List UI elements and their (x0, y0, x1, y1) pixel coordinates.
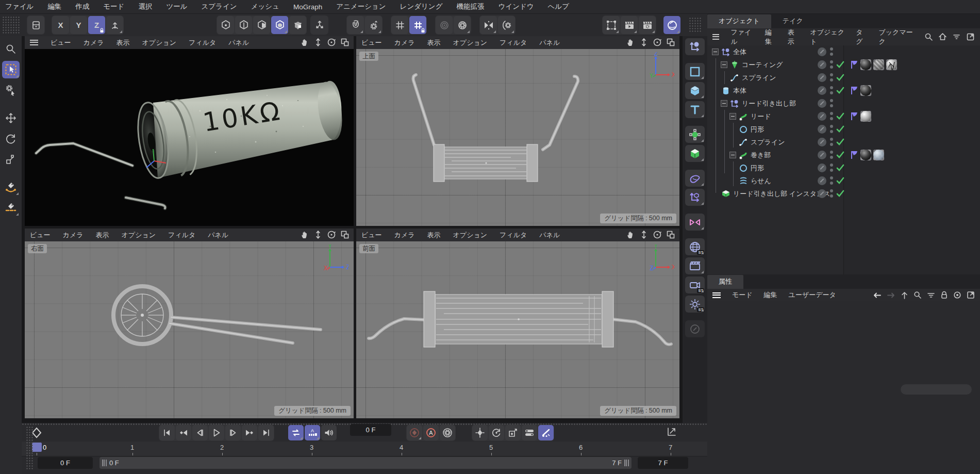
enable-axis-button[interactable] (311, 16, 328, 34)
enabled-check-icon[interactable] (836, 189, 844, 198)
material-tag[interactable] (873, 59, 884, 70)
panel-menu-icon[interactable] (712, 292, 721, 298)
tree-row-spline[interactable]: スプライン (707, 71, 980, 84)
tree-row-lead-instance[interactable]: リード引き出し部 インスタンス (707, 187, 980, 200)
edit-toggle[interactable] (818, 138, 826, 146)
collapse-toggle[interactable] (712, 48, 719, 55)
search-icon[interactable] (913, 291, 922, 299)
vp-menu-options[interactable]: オプション (142, 38, 177, 47)
visibility-dots[interactable] (830, 151, 834, 159)
loop-mode-button[interactable] (288, 425, 304, 440)
material-tag[interactable] (860, 85, 871, 96)
vp-menu-display[interactable]: 表示 (117, 38, 130, 47)
vp-menu-filter[interactable]: フィルタ (500, 231, 527, 240)
model-mode-button[interactable] (271, 16, 288, 34)
material-tag[interactable] (873, 150, 884, 160)
edit-toggle[interactable] (818, 73, 826, 82)
primitive-cube-button[interactable] (685, 82, 705, 99)
edit-toggle[interactable] (818, 47, 826, 56)
right-view[interactable]: 右面 グリッド間隔 : 500 mm Y Z X (25, 241, 354, 418)
menu-help[interactable]: ヘルプ (548, 2, 569, 11)
vp-menu-options[interactable]: オプション (122, 231, 156, 240)
prev-frame-button[interactable] (192, 425, 208, 440)
om-menu-view[interactable]: 表示 (788, 28, 799, 46)
menu-file[interactable]: ファイル (5, 2, 34, 11)
vp-menu-options[interactable]: オプション (453, 38, 488, 47)
spline-primitive-button[interactable] (685, 63, 705, 80)
pan-hand-icon[interactable] (300, 230, 309, 239)
menu-tools[interactable]: ツール (166, 2, 187, 11)
preview-range-bar[interactable]: 0 F 7 F (99, 457, 632, 469)
sketch-pen-button[interactable] (2, 199, 20, 217)
live-select-button[interactable] (2, 61, 20, 78)
range-start-field[interactable]: 0 F (38, 457, 93, 469)
edit-toggle[interactable] (818, 112, 826, 121)
texture-mode-button[interactable] (289, 16, 306, 34)
vp-menu-display[interactable]: 表示 (427, 38, 441, 47)
axis-z-button[interactable]: Z (88, 16, 105, 34)
orbit-view-icon[interactable] (653, 230, 662, 239)
camera-object-button[interactable]: ST (685, 276, 705, 293)
vp-menu-panel[interactable]: パネル (208, 231, 228, 240)
fcurve-window-icon[interactable] (666, 426, 678, 438)
tab-takes[interactable]: テイク (771, 14, 815, 28)
edit-toggle[interactable] (818, 60, 826, 69)
volume-cube-button[interactable] (685, 145, 705, 162)
perspective-view[interactable]: 10KΩ (25, 49, 354, 226)
keying-settings-button[interactable] (440, 425, 455, 440)
key-scale-button[interactable] (505, 425, 521, 440)
edit-toggle[interactable] (818, 99, 826, 108)
collapse-toggle[interactable] (721, 61, 727, 68)
autokey-scope-button[interactable]: A (305, 425, 320, 440)
vp-menu-display[interactable]: 表示 (96, 231, 109, 240)
collapse-toggle[interactable] (729, 152, 736, 158)
om-menu-edit[interactable]: 編集 (765, 28, 776, 46)
modeling-settings-button[interactable] (27, 16, 44, 34)
menu-select[interactable]: 選択 (138, 2, 152, 11)
tree-row-coating[interactable]: コーティング (707, 58, 980, 71)
range-end-handle[interactable] (624, 460, 629, 466)
render-to-viewer-button[interactable] (621, 16, 638, 34)
snap-button[interactable] (347, 16, 364, 34)
tree-row-zentai[interactable]: 全体 (707, 45, 980, 58)
autokey-toggle-button[interactable]: A (423, 425, 439, 440)
menu-animation[interactable]: アニメーション (336, 2, 386, 11)
front-view[interactable]: 前面 グリッド間隔 : 500 mm Y X Z (356, 241, 679, 418)
detach-panel-icon[interactable] (967, 291, 975, 299)
menu-edit[interactable]: 編集 (47, 2, 61, 11)
toggle-views-icon[interactable] (666, 38, 675, 47)
sky-object-button[interactable]: ST (685, 238, 705, 255)
edit-toggle[interactable] (818, 125, 826, 134)
vp-menu-filter[interactable]: フィルタ (500, 38, 527, 47)
pan-hand-icon[interactable] (626, 230, 635, 239)
tree-row-helix[interactable]: らせん (707, 174, 980, 187)
zoom-view-icon[interactable] (313, 230, 323, 239)
menu-extensions[interactable]: 機能拡張 (457, 2, 485, 11)
detach-panel-icon[interactable] (966, 32, 975, 41)
isoline-toggle-button[interactable] (436, 16, 453, 34)
enabled-check-icon[interactable] (836, 151, 844, 159)
menu-spline[interactable]: スプライン (202, 2, 237, 11)
key-rotation-button[interactable] (489, 425, 504, 440)
menu-mograph[interactable]: MoGraph (293, 3, 322, 11)
key-pla-button[interactable] (538, 425, 554, 440)
vp-menu-view[interactable]: ビュー (361, 231, 382, 240)
key-parameter-button[interactable] (522, 425, 537, 440)
symmetry-settings-button[interactable] (498, 16, 515, 34)
vp-menu-options[interactable]: オプション (453, 231, 488, 240)
visibility-dots[interactable] (830, 125, 834, 134)
visibility-dots[interactable] (830, 112, 834, 121)
snap-settings-button[interactable] (365, 16, 382, 34)
om-menu-tags[interactable]: タグ (856, 28, 867, 46)
forward-arrow-icon[interactable] (887, 291, 895, 299)
vp-menu-panel[interactable]: パネル (228, 38, 249, 47)
tab-attributes[interactable]: 属性 (707, 275, 743, 289)
attr-menu-userdata[interactable]: ユーザーデータ (789, 290, 836, 300)
scale-tool-button[interactable] (2, 151, 20, 168)
panel-menu-icon[interactable] (712, 34, 719, 40)
timeline-left-grip[interactable] (26, 426, 33, 470)
visibility-dots[interactable] (830, 176, 834, 185)
playhead[interactable] (32, 443, 42, 452)
focus-target-icon[interactable] (953, 291, 961, 299)
vp-menu-camera[interactable]: カメラ (394, 231, 415, 240)
